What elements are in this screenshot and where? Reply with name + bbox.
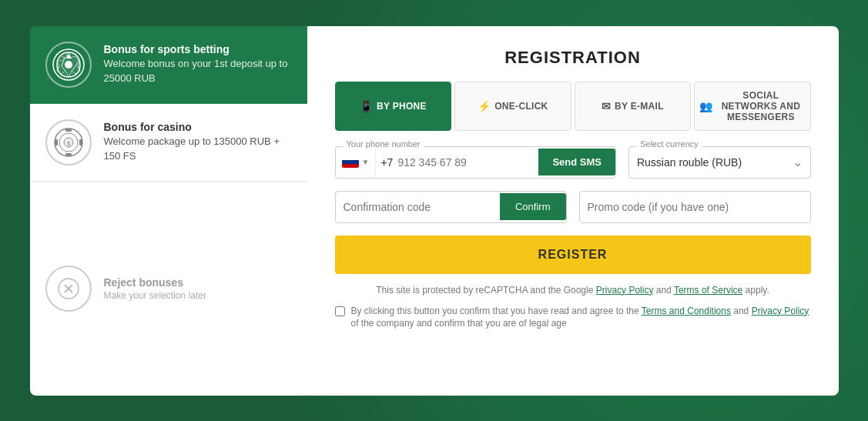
phone-label: Your phone number: [344, 139, 424, 149]
registration-panel: REGISTRATION 📱 BY PHONE ⚡ ONE-CLICK ✉ BY…: [307, 26, 839, 396]
casino-bonus-card[interactable]: $ Bonus for casino Welcome package up to…: [30, 104, 307, 182]
phone-field[interactable]: [397, 149, 538, 176]
confirm-promo-row: Confirm: [335, 191, 811, 223]
tab-social[interactable]: 👥 SOCIAL NETWORKS AND MESSENGERS: [694, 82, 811, 131]
reject-desc: Make your selection later: [104, 290, 206, 301]
lightning-icon: ⚡: [478, 100, 491, 112]
russian-flag-icon: [342, 156, 359, 168]
sports-bonus-card[interactable]: Bonus for sports betting Welcome bonus o…: [30, 26, 307, 104]
left-panel: Bonus for sports betting Welcome bonus o…: [30, 26, 307, 396]
svg-text:$: $: [66, 140, 70, 147]
soccer-ball-icon: [45, 42, 92, 88]
sports-bonus-desc: Welcome bonus on your 1st deposit up to …: [104, 57, 292, 85]
svg-rect-11: [79, 139, 82, 145]
tab-by-email[interactable]: ✉ BY E-MAIL: [575, 82, 692, 131]
sports-bonus-title: Bonus for sports betting: [104, 43, 292, 55]
terms-of-service-link[interactable]: Terms of Service: [674, 285, 742, 296]
captcha-notice: This site is protected by reCAPTCHA and …: [335, 285, 811, 296]
promo-code-input[interactable]: [580, 192, 810, 222]
svg-rect-8: [65, 129, 72, 132]
terms-and-conditions-link[interactable]: Terms and Conditions: [642, 306, 731, 316]
currency-select[interactable]: Russian rouble (RUB) USD EUR: [629, 147, 793, 178]
terms-text: By clicking this button you confirm that…: [351, 305, 811, 331]
country-selector[interactable]: ▼: [336, 147, 377, 178]
terms-privacy-link[interactable]: Privacy Policy: [752, 306, 809, 316]
registration-tabs: 📱 BY PHONE ⚡ ONE-CLICK ✉ BY E-MAIL 👥 SOC…: [335, 82, 811, 131]
svg-rect-9: [65, 153, 72, 156]
phone-input-group: Your phone number ▼ +7 Send SMS: [335, 146, 616, 179]
chevron-down-icon: ⌄: [793, 155, 810, 169]
phone-input-wrapper: ▼ +7 Send SMS: [336, 147, 615, 178]
chevron-down-icon: ▼: [362, 158, 370, 166]
people-icon: 👥: [699, 100, 712, 112]
tab-by-phone[interactable]: 📱 BY PHONE: [335, 82, 452, 131]
send-sms-button[interactable]: Send SMS: [538, 149, 615, 175]
svg-rect-10: [55, 139, 58, 145]
phone-currency-row: Your phone number ▼ +7 Send SMS: [335, 146, 811, 179]
privacy-policy-link[interactable]: Privacy Policy: [596, 285, 654, 296]
casino-chip-icon: $: [45, 119, 92, 165]
reject-text: Reject bonuses Make your selection later: [104, 276, 206, 301]
page-title: REGISTRATION: [335, 48, 811, 68]
casino-bonus-text: Bonus for casino Welcome package up to 1…: [104, 121, 292, 162]
phone-prefix: +7: [376, 156, 397, 169]
tab-one-click[interactable]: ⚡ ONE-CLICK: [454, 82, 571, 131]
reject-bonus-card[interactable]: Reject bonuses Make your selection later: [30, 182, 307, 396]
terms-row: By clicking this button you confirm that…: [335, 305, 811, 331]
sports-bonus-text: Bonus for sports betting Welcome bonus o…: [104, 43, 292, 85]
close-icon: [45, 266, 92, 312]
currency-input-group: Select currency Russian rouble (RUB) USD…: [628, 146, 811, 179]
confirmation-code-input[interactable]: [336, 192, 500, 222]
main-container: Bonus for sports betting Welcome bonus o…: [30, 26, 839, 396]
register-button[interactable]: REGISTER: [335, 236, 811, 274]
casino-bonus-desc: Welcome package up to 135000 RUB + 150 F…: [104, 135, 292, 162]
currency-label: Select currency: [637, 139, 702, 149]
email-icon: ✉: [602, 100, 611, 112]
phone-icon: 📱: [360, 100, 373, 112]
casino-bonus-title: Bonus for casino: [104, 121, 292, 133]
confirmation-code-group: Confirm: [335, 191, 567, 223]
reject-title: Reject bonuses: [104, 276, 206, 289]
promo-code-group: [579, 191, 811, 223]
confirm-button[interactable]: Confirm: [500, 193, 566, 220]
terms-checkbox[interactable]: [335, 306, 345, 316]
